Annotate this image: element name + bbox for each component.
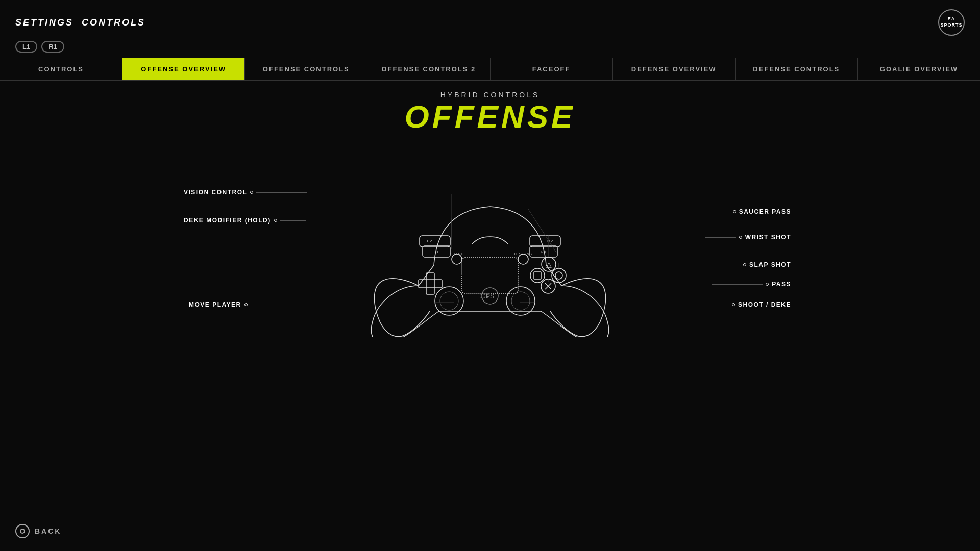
shoot-deke-label: SHOOT / DEKE (688, 301, 791, 308)
controls-label: CONTROLS (82, 17, 145, 28)
svg-point-21 (518, 254, 528, 264)
main-content: HYBRID CONTROLS OFFENSE VISION CONTROL D… (0, 81, 980, 507)
nav-tabs: CONTROLS OFFENSE OVERVIEW OFFENSE CONTRO… (0, 58, 980, 81)
saucer-pass-dot (733, 210, 736, 213)
svg-point-27 (481, 297, 482, 298)
svg-point-15 (555, 272, 562, 279)
tab-offense-controls-2[interactable]: OFFENSE CONTROLS 2 (368, 58, 490, 80)
page-title: SETTINGS CONTROLS (15, 17, 145, 28)
tab-offense-controls[interactable]: OFFENSE CONTROLS (245, 58, 368, 80)
shoot-deke-dot (732, 303, 735, 306)
svg-point-20 (452, 254, 462, 264)
svg-rect-0 (420, 236, 450, 247)
tab-controls[interactable]: CONTROLS (0, 58, 122, 80)
controller-svg: △ (347, 143, 633, 337)
back-button-icon[interactable] (15, 524, 30, 538)
slap-shot-dot (743, 263, 746, 266)
svg-text:SHARE: SHARE (450, 252, 464, 256)
subtitle: HYBRID CONTROLS (440, 91, 540, 99)
slap-shot-label: SLAP SHOT (709, 261, 791, 268)
svg-rect-2 (530, 236, 560, 247)
back-circle-inner (20, 529, 25, 534)
settings-label: SETTINGS (15, 17, 74, 28)
svg-point-29 (487, 297, 488, 298)
r1-button[interactable]: R1 (41, 41, 64, 53)
svg-point-26 (487, 294, 488, 295)
tab-defense-overview[interactable]: DEFENSE OVERVIEW (613, 58, 736, 80)
wrist-shot-dot (739, 236, 742, 239)
svg-point-25 (484, 294, 485, 295)
svg-text:L2: L2 (427, 239, 433, 243)
controller-buttons: L1 R1 (0, 41, 980, 58)
svg-rect-8 (426, 273, 434, 294)
svg-text:OPTIONS: OPTIONS (514, 252, 532, 256)
tab-offense-overview[interactable]: OFFENSE OVERVIEW (122, 58, 245, 80)
footer: BACK (15, 524, 61, 538)
back-label[interactable]: BACK (35, 527, 61, 535)
svg-text:△: △ (546, 260, 552, 268)
svg-point-12 (530, 268, 545, 283)
vision-control-label: VISION CONTROL (184, 189, 307, 196)
pass-label: PASS (712, 281, 791, 288)
svg-point-24 (481, 294, 482, 295)
tab-faceoff[interactable]: FACEOFF (491, 58, 613, 80)
svg-point-5 (440, 292, 458, 310)
tab-goalie-overview[interactable]: GOALIE OVERVIEW (858, 58, 980, 80)
main-title: OFFENSE (405, 101, 576, 133)
move-player-dot (244, 303, 248, 306)
pass-dot (766, 283, 769, 286)
deke-modifier-label: DEKE MODIFIER (HOLD) (184, 217, 306, 224)
svg-text:L1: L1 (434, 249, 439, 254)
saucer-pass-label: SAUCER PASS (689, 208, 791, 215)
diagram-container: VISION CONTROL DEKE MODIFIER (HOLD) MOVE… (184, 143, 796, 337)
header: SETTINGS CONTROLS EA SPORTS (0, 0, 980, 41)
ea-sports-logo: EA SPORTS (938, 9, 965, 36)
vision-control-dot (250, 191, 253, 194)
move-player-label: MOVE PLAYER (189, 301, 289, 308)
svg-point-28 (484, 297, 485, 298)
tab-defense-controls[interactable]: DEFENSE CONTROLS (736, 58, 858, 80)
svg-point-7 (511, 292, 530, 310)
wrist-shot-label: WRIST SHOT (705, 234, 791, 241)
l1-button[interactable]: L1 (15, 41, 37, 53)
deke-modifier-dot (274, 219, 277, 222)
svg-rect-13 (534, 272, 541, 279)
svg-text:R1: R1 (541, 249, 547, 254)
